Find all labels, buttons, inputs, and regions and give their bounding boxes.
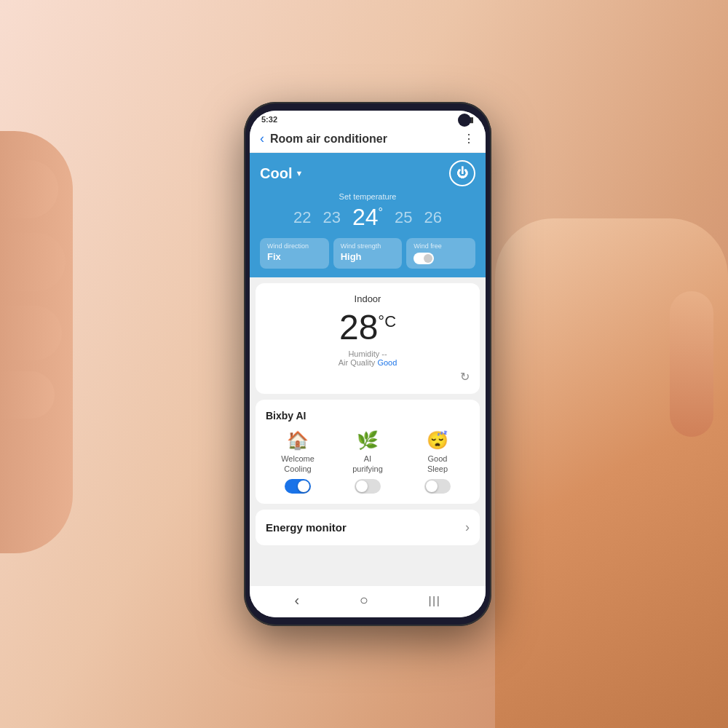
wind-free-label: Wind free bbox=[414, 242, 442, 250]
power-icon: ⏻ bbox=[456, 167, 468, 180]
ai-purifying-icon: 🌿 bbox=[357, 430, 379, 451]
temp-23[interactable]: 23 bbox=[323, 208, 341, 227]
energy-monitor-card[interactable]: Energy monitor › bbox=[256, 510, 480, 545]
indoor-temperature: 28°C bbox=[266, 310, 470, 345]
welcome-cooling-icon: 🏠 bbox=[287, 430, 309, 451]
temperature-section: Set temperature 22 23 24° 25 26 bbox=[260, 192, 475, 231]
ac-control-panel: Cool ▼ ⏻ Set temperature 22 23 24° bbox=[250, 153, 486, 277]
page-title: Room air conditioner bbox=[270, 132, 463, 146]
wind-free-card[interactable]: Wind free bbox=[406, 238, 475, 269]
good-sleep-label: GoodSleep bbox=[427, 454, 448, 475]
bixby-features: 🏠 WelcomeCooling 🌿 AIpurifying bbox=[266, 430, 470, 494]
wind-direction-value: Fix bbox=[267, 251, 322, 262]
energy-label: Energy monitor bbox=[266, 521, 347, 534]
bixby-title: Bixby AI bbox=[266, 410, 470, 422]
status-time: 5:32 bbox=[261, 115, 277, 124]
temperature-row: 22 23 24° 25 26 bbox=[260, 204, 475, 231]
wind-strength-card[interactable]: Wind strength High bbox=[333, 238, 403, 269]
camera-notch bbox=[458, 114, 471, 127]
wind-strength-label: Wind strength bbox=[341, 242, 395, 250]
scroll-content: Indoor 28°C Humidity -- Air Quality Good… bbox=[250, 277, 486, 586]
wind-controls: Wind direction Fix Wind strength High Wi… bbox=[260, 238, 475, 269]
bixby-ai-purifying: 🌿 AIpurifying bbox=[336, 430, 400, 494]
energy-chevron-icon: › bbox=[465, 520, 470, 535]
refresh-button[interactable]: ↻ bbox=[266, 370, 470, 384]
humidity-label: Humidity -- bbox=[266, 349, 470, 358]
indoor-card: Indoor 28°C Humidity -- Air Quality Good… bbox=[256, 283, 480, 394]
mode-selector[interactable]: Cool ▼ bbox=[260, 165, 303, 182]
wind-direction-label: Wind direction bbox=[267, 242, 322, 250]
indoor-info: Humidity -- Air Quality Good bbox=[266, 349, 470, 367]
temp-24-active[interactable]: 24° bbox=[352, 204, 383, 231]
temp-22[interactable]: 22 bbox=[293, 208, 311, 227]
nav-home-button[interactable]: ○ bbox=[360, 592, 368, 609]
app-header: ‹ Room air conditioner ⋮ bbox=[250, 125, 486, 153]
status-bar: 5:32 ▮ bbox=[250, 111, 486, 125]
welcome-cooling-toggle[interactable] bbox=[285, 479, 311, 494]
good-sleep-toggle[interactable] bbox=[424, 479, 451, 494]
wind-strength-value: High bbox=[341, 251, 395, 262]
mode-arrow-icon: ▼ bbox=[295, 169, 303, 178]
bixby-good-sleep: 😴 GoodSleep bbox=[405, 430, 470, 494]
welcome-cooling-label: WelcomeCooling bbox=[281, 454, 314, 475]
nav-back-button[interactable]: ‹ bbox=[294, 592, 299, 609]
ai-purifying-toggle[interactable] bbox=[355, 479, 381, 494]
energy-row: Energy monitor › bbox=[266, 520, 470, 535]
nav-recent-button[interactable]: ||| bbox=[429, 595, 441, 606]
temp-26[interactable]: 26 bbox=[424, 208, 441, 227]
temp-section-label: Set temperature bbox=[260, 192, 475, 201]
good-sleep-icon: 😴 bbox=[427, 430, 448, 451]
bixby-welcome-cooling: 🏠 WelcomeCooling bbox=[266, 430, 330, 494]
back-button[interactable]: ‹ bbox=[260, 131, 264, 146]
ai-purifying-label: AIpurifying bbox=[352, 454, 383, 475]
bixby-card: Bixby AI 🏠 WelcomeCooling 🌿 bbox=[256, 400, 480, 504]
phone: 5:32 ▮ bbox=[244, 102, 491, 626]
indoor-section-label: Indoor bbox=[266, 293, 470, 304]
air-quality-row: Air Quality Good bbox=[266, 358, 470, 367]
wind-free-toggle[interactable] bbox=[414, 253, 434, 264]
temp-25[interactable]: 25 bbox=[395, 208, 412, 227]
wind-direction-card[interactable]: Wind direction Fix bbox=[260, 238, 329, 269]
nav-bar: ‹ ○ ||| bbox=[250, 586, 486, 617]
power-button[interactable]: ⏻ bbox=[449, 160, 475, 186]
scene: 5:32 ▮ bbox=[0, 0, 728, 728]
air-quality-value: Good bbox=[377, 358, 397, 367]
more-button[interactable]: ⋮ bbox=[463, 132, 475, 146]
